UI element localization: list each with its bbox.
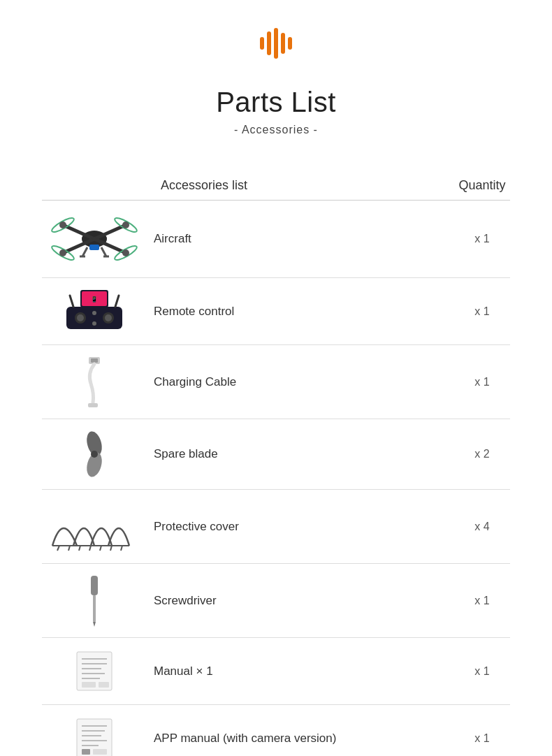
row-qty-blade: x 2 xyxy=(454,448,510,460)
svg-rect-58 xyxy=(99,682,109,688)
svg-point-35 xyxy=(91,451,98,458)
row-name-screwdriver: Screwdriver xyxy=(147,594,454,608)
svg-point-26 xyxy=(92,311,96,315)
row-image-appmanual xyxy=(42,712,147,756)
row-image-aircraft xyxy=(42,208,147,270)
row-name-manual: Manual × 1 xyxy=(147,664,454,678)
svg-line-44 xyxy=(89,546,91,551)
remote-icon: 📱 xyxy=(59,289,129,334)
svg-rect-66 xyxy=(93,749,107,755)
svg-line-29 xyxy=(115,296,119,307)
row-name-aircraft: Aircraft xyxy=(147,232,454,246)
row-image-screwdriver xyxy=(42,571,147,630)
row-image-remote: 📱 xyxy=(42,285,147,337)
sub-title: - Accessories - xyxy=(0,124,552,136)
svg-rect-65 xyxy=(82,749,90,755)
row-image-manual xyxy=(42,645,147,697)
table-row: Aircraft x 1 xyxy=(42,201,510,278)
sound-wave-icon xyxy=(260,28,292,59)
row-qty-cover: x 4 xyxy=(454,521,510,533)
blade-icon xyxy=(75,430,114,479)
svg-rect-49 xyxy=(93,595,96,622)
svg-line-41 xyxy=(57,546,59,551)
svg-point-11 xyxy=(59,249,66,256)
page-container: Parts List - Accessories - Accessories l… xyxy=(0,0,552,756)
table-header: Accessories list Quantity xyxy=(42,171,510,201)
row-name-appmanual: APP manual (with camera version) xyxy=(147,732,454,746)
title-area: Parts List - Accessories - xyxy=(0,73,552,143)
svg-line-43 xyxy=(79,546,80,551)
drone-icon xyxy=(49,211,140,267)
table-row: Screwdriver x 1 xyxy=(42,564,510,638)
row-name-blade: Spare blade xyxy=(147,447,454,461)
col-header-quantity: Quantity xyxy=(454,178,510,193)
svg-line-14 xyxy=(82,247,87,256)
svg-line-46 xyxy=(110,546,112,551)
svg-rect-48 xyxy=(91,576,98,595)
table-row: Manual × 1 x 1 xyxy=(42,638,510,705)
svg-point-12 xyxy=(122,249,129,256)
table-row: 📱 Remote control xyxy=(42,278,510,345)
svg-point-9 xyxy=(59,221,66,228)
svg-line-45 xyxy=(100,546,101,551)
svg-rect-13 xyxy=(89,245,99,250)
svg-rect-32 xyxy=(88,403,98,407)
svg-line-15 xyxy=(101,247,106,256)
row-qty-aircraft: x 1 xyxy=(454,233,510,245)
header-icon-area xyxy=(0,0,552,73)
row-name-cover: Protective cover xyxy=(147,520,454,534)
row-qty-cable: x 1 xyxy=(454,376,510,388)
table-row: Charging Cable x 1 xyxy=(42,345,510,419)
svg-rect-57 xyxy=(82,682,96,688)
svg-point-27 xyxy=(92,321,96,326)
svg-point-23 xyxy=(77,314,84,321)
row-image-blade xyxy=(42,426,147,482)
row-qty-remote: x 1 xyxy=(454,305,510,318)
row-qty-screwdriver: x 1 xyxy=(454,595,510,607)
parts-table: Accessories list Quantity xyxy=(42,171,510,756)
row-qty-appmanual: x 1 xyxy=(454,732,510,745)
svg-line-28 xyxy=(70,296,73,307)
cover-icon xyxy=(49,500,140,553)
main-title: Parts List xyxy=(0,87,552,118)
col-header-accessories: Accessories list xyxy=(161,178,247,193)
row-name-remote: Remote control xyxy=(147,305,454,319)
table-row: Spare blade x 2 xyxy=(42,419,510,490)
cable-icon xyxy=(73,356,115,408)
svg-rect-31 xyxy=(91,358,98,363)
svg-point-25 xyxy=(105,314,112,321)
screwdriver-icon xyxy=(84,574,105,627)
svg-text:📱: 📱 xyxy=(91,296,98,303)
row-image-cover xyxy=(42,497,147,556)
svg-line-42 xyxy=(68,546,70,551)
table-row: APP manual (with camera version) x 1 xyxy=(42,705,510,756)
svg-marker-50 xyxy=(93,622,96,627)
row-name-cable: Charging Cable xyxy=(147,375,454,389)
manual-icon xyxy=(66,648,122,694)
svg-line-47 xyxy=(121,546,122,551)
row-image-cable xyxy=(42,352,147,412)
appmanual-icon xyxy=(66,715,122,756)
row-qty-manual: x 1 xyxy=(454,665,510,678)
svg-point-10 xyxy=(122,221,129,228)
table-row: Protective cover x 4 xyxy=(42,490,510,564)
